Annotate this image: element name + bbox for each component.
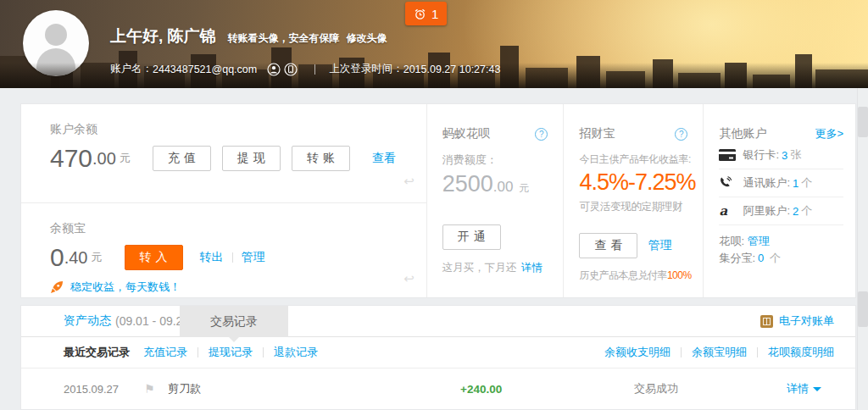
balance-yuebao-panel: 账户余额 470 .00 元 充值 提现 转账 查看 ↩ 余额宝 0 [21, 104, 426, 297]
annualized-rate: 4.5%-7.25% [579, 169, 687, 196]
alibaba-icon: a [719, 206, 737, 216]
divider [681, 347, 682, 357]
ali-account-unit: 个 [801, 203, 812, 219]
balance-amount: 470 [50, 144, 92, 173]
right-side-rail [857, 88, 868, 410]
yuebao-amount: 0 [50, 243, 64, 272]
comm-account-unit: 个 [801, 175, 812, 191]
rail-button[interactable] [858, 107, 868, 137]
huabei-title: 蚂蚁花呗 [442, 126, 490, 141]
bank-cards-label: 银行卡: [743, 147, 779, 163]
yuebao-slogan-link[interactable]: 稳定收益，每天数钱！ [70, 280, 181, 295]
avatar-placeholder-icon [45, 24, 67, 46]
transaction-detail-toggle[interactable]: 详情 [787, 381, 823, 396]
rail-button[interactable] [858, 291, 868, 327]
avatar[interactable] [23, 10, 89, 76]
huabei-tip: 这月买，下月还 [442, 262, 517, 274]
refund-records-link[interactable]: 退款记录 [274, 345, 318, 360]
transfer-in-button[interactable]: 转入 [125, 245, 183, 270]
yuebao-unit: 元 [92, 250, 103, 265]
balance-amount-decimal: .00 [92, 149, 116, 169]
yuebao-title: 余额宝 [50, 203, 426, 236]
header-banner: 上午好, 陈广锦 转账看头像，安全有保障 修改头像 账户名： 244348752… [0, 0, 868, 88]
tab-asset-dynamics[interactable]: 资产动态 [64, 313, 111, 329]
help-icon[interactable]: ? [535, 128, 548, 141]
divider [757, 347, 758, 357]
yuebao-manage-link[interactable]: 管理 [242, 250, 265, 265]
transfer-button[interactable]: 转账 [292, 146, 350, 171]
view-zhaocaibao-button[interactable]: 查看 [579, 233, 637, 258]
transaction-row: 2015.09.27 ⚑ 剪刀款 +240.00 交易成功 详情 [21, 368, 855, 409]
yuebao-detail-link[interactable]: 余额宝明细 [692, 345, 747, 360]
view-balance-link[interactable]: 查看 [372, 151, 396, 166]
divider [198, 347, 198, 357]
last-login-label: 上次登录时间： [329, 62, 403, 76]
jifenbao-label: 集分宝: [719, 252, 755, 264]
balance-detail-link[interactable]: 余额收支明细 [604, 345, 670, 360]
withdraw-records-link[interactable]: 提现记录 [209, 345, 253, 360]
comm-account-count: 1 [793, 177, 798, 190]
tab-trade-records[interactable]: 交易记录 [180, 306, 288, 337]
transaction-date: 2015.09.27 [64, 383, 144, 396]
huabei-detail-link[interactable]: 详情 [521, 262, 542, 274]
yuebao-block: 余额宝 0 .40 元 转入 转出 管理 [21, 202, 426, 298]
zhaocaibao-panel: 招财宝 ? 今日主供产品年化收益率: 4.5%-7.25% 可灵活变现的定期理财… [563, 104, 703, 297]
more-link[interactable]: 更多> [815, 126, 843, 141]
help-icon[interactable]: ? [675, 128, 687, 141]
jifenbao-count: 0 [758, 252, 764, 264]
jifenbao-unit: 个 [770, 252, 781, 264]
account-balance-block: 账户余额 470 .00 元 充值 提现 转账 查看 ↩ [21, 104, 426, 202]
balance-unit: 元 [120, 151, 131, 166]
divider [314, 64, 315, 75]
recent-records-title: 最近交易记录 [64, 345, 130, 360]
alipay-account-overview-page: 上午好, 陈广锦 转账看头像，安全有保障 修改头像 账户名： 244348752… [0, 0, 868, 88]
bank-cards-count: 3 [782, 149, 787, 162]
zhaocaibao-desc: 可灵活变现的定期理财 [579, 200, 687, 214]
avatar-security-tip: 转账看头像，安全有保障 [228, 31, 340, 46]
activate-huabei-button[interactable]: 开通 [442, 224, 501, 250]
other-accounts-panel: 其他账户 更多> 银行卡: 3 张 [703, 104, 855, 297]
flip-card-icon[interactable]: ↩ [403, 174, 415, 189]
other-accounts-title: 其他账户 [719, 126, 766, 141]
records-filter-bar: 最近交易记录 充值记录 提现记录 退款记录 余额收支明细 余额宝明细 花呗额度明… [21, 337, 855, 368]
greeting-text: 上午好, 陈广锦 [110, 25, 216, 47]
huabei-quota-amount: 2500 [442, 171, 493, 197]
transfer-out-link[interactable]: 转出 [200, 250, 224, 265]
flag-icon[interactable]: ⚑ [144, 382, 168, 396]
alarm-clock-icon [414, 8, 426, 20]
withdraw-button[interactable]: 提现 [222, 146, 281, 171]
transaction-detail-label: 详情 [787, 381, 809, 396]
huabei-manage-link[interactable]: 管理 [748, 235, 770, 247]
transaction-name: 剪刀款 [168, 381, 460, 396]
huabei-panel: 蚂蚁花呗 ? 消费额度： 2500.00 元 开通 这月买，下月还 详情 [426, 104, 564, 297]
ali-account-row[interactable]: a 阿里账户: 2 个 [719, 197, 843, 225]
transaction-status: 交易成功 [634, 381, 787, 396]
tab-bar: 资产动态 (09.01 - 09.27) 交易记录 电子对账单 [21, 306, 855, 337]
history-rate-value: 100% [667, 269, 692, 281]
statement-icon [760, 315, 773, 328]
e-statement-link[interactable]: 电子对账单 [760, 313, 834, 329]
last-login-value: 2015.09.27 10:27:43 [403, 64, 501, 75]
recharge-records-link[interactable]: 充值记录 [143, 345, 187, 360]
zhaocaibao-manage-link[interactable]: 管理 [648, 238, 671, 253]
transaction-amount: +240.00 [460, 383, 634, 396]
yuebao-amount-decimal: .40 [64, 248, 88, 268]
user-badge-icon[interactable] [267, 63, 281, 76]
recharge-button[interactable]: 充值 [153, 146, 211, 171]
history-rate-label: 历史产品本息兑付率 [579, 269, 667, 281]
header-user-info: 上午好, 陈广锦 转账看头像，安全有保障 修改头像 账户名： 244348752… [110, 25, 500, 76]
balance-title: 账户余额 [50, 104, 426, 137]
change-avatar-link[interactable]: 修改头像 [347, 31, 387, 46]
huabei-detail-link[interactable]: 花呗额度明细 [768, 345, 834, 360]
mobile-badge-icon[interactable] [284, 63, 298, 76]
bank-cards-row[interactable]: 银行卡: 3 张 [719, 141, 843, 169]
account-name-label: 账户名： [110, 62, 153, 76]
phone-icon [719, 176, 737, 190]
ali-account-label: 阿里账户: [743, 203, 790, 219]
comm-account-row[interactable]: 通讯账户: 1 个 [719, 169, 843, 197]
notification-count: 1 [431, 7, 438, 21]
notification-badge[interactable]: 1 [405, 2, 447, 25]
e-statement-label: 电子对账单 [779, 313, 834, 329]
flip-card-icon[interactable]: ↩ [403, 271, 415, 286]
huabei-quota-label: 消费额度： [442, 152, 548, 168]
